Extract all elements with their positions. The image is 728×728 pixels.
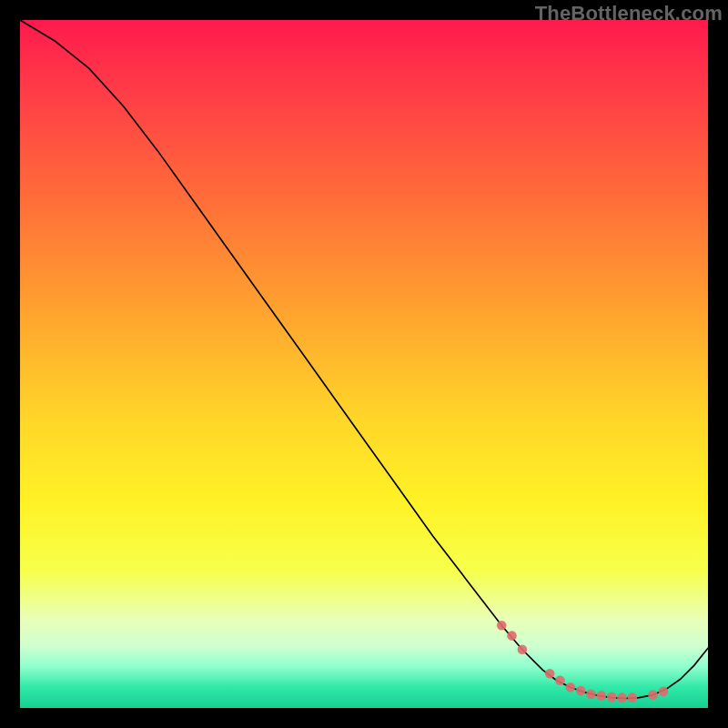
curve-path xyxy=(20,20,708,698)
curve-marker xyxy=(555,675,565,685)
curve-marker xyxy=(545,669,555,679)
chart-curve xyxy=(20,20,708,708)
curve-marker xyxy=(586,690,596,700)
curve-marker xyxy=(497,621,507,631)
curve-marker xyxy=(566,682,576,693)
curve-marker xyxy=(597,691,607,701)
chart-plot-area xyxy=(20,20,708,708)
curve-marker xyxy=(507,631,517,641)
curve-marker xyxy=(607,693,617,703)
curve-marker xyxy=(659,687,669,697)
curve-markers xyxy=(497,621,668,703)
curve-marker xyxy=(648,690,658,700)
curve-marker xyxy=(617,693,627,703)
curve-marker xyxy=(518,644,528,654)
chart-stage: TheBottleneck.com xyxy=(0,0,728,728)
curve-marker xyxy=(576,686,586,696)
watermark-text: TheBottleneck.com xyxy=(535,2,723,25)
curve-marker xyxy=(628,693,638,703)
